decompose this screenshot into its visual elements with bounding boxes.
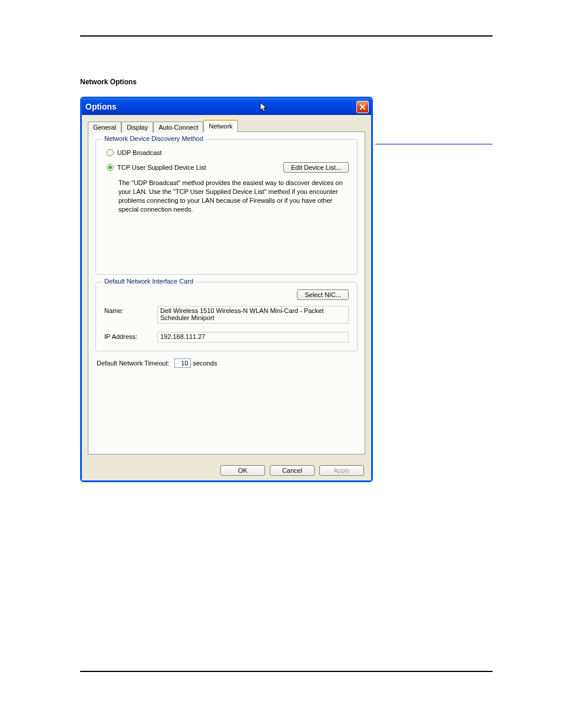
nic-group-title: Default Network Interface Card [102,278,196,285]
tab-network[interactable]: Network [203,120,237,132]
titlebar[interactable]: Options [82,98,371,115]
timeout-unit: seconds [193,360,217,367]
tab-auto-connect[interactable]: Auto-Connect [153,121,203,133]
tab-panel-network: Network Device Discovery Method UDP Broa… [88,131,365,454]
tab-display[interactable]: Display [121,121,153,133]
radio-udp-label: UDP Broadcast [117,149,162,156]
radio-tcp-list[interactable]: TCP User Supplied Device List Edit Devic… [107,162,349,173]
apply-button[interactable]: Apply [319,465,364,476]
top-divider [80,35,492,37]
discovery-group: Network Device Discovery Method UDP Broa… [95,139,358,275]
options-dialog: Options General Display Auto-Connect Net… [80,97,373,482]
cursor-icon [260,102,269,115]
edit-device-list-button[interactable]: Edit Device List... [283,162,349,173]
radio-icon [107,149,114,156]
radio-udp-broadcast[interactable]: UDP Broadcast [107,149,349,156]
radio-icon [107,164,114,171]
tab-strip: General Display Auto-Connect Network [88,120,365,132]
timeout-input[interactable] [174,358,191,368]
close-button[interactable] [356,101,369,113]
dialog-button-bar: OK Cancel Apply [82,460,371,480]
section-heading: Network Options [80,78,492,86]
tab-general[interactable]: General [88,121,121,133]
side-rule [375,144,492,144]
cancel-button[interactable]: Cancel [270,465,315,476]
nic-ip-label: IP Address: [104,332,157,340]
window-title: Options [85,102,117,111]
nic-name-label: Name: [104,306,157,314]
ok-button[interactable]: OK [220,465,265,476]
radio-tcp-label: TCP User Supplied Device List [117,164,206,171]
select-nic-button[interactable]: Select NIC... [297,289,349,300]
discovery-description: The "UDP Broadcast" method provides the … [118,179,349,213]
nic-name-value: Dell Wireless 1510 Wireless-N WLAN Mini-… [157,306,349,324]
nic-group: Default Network Interface Card Select NI… [95,282,358,351]
nic-ip-value: 192.168.111.27 [157,332,349,342]
discovery-group-title: Network Device Discovery Method [102,135,206,142]
timeout-label: Default Network Timeout: [97,360,170,367]
bottom-divider [80,671,492,672]
